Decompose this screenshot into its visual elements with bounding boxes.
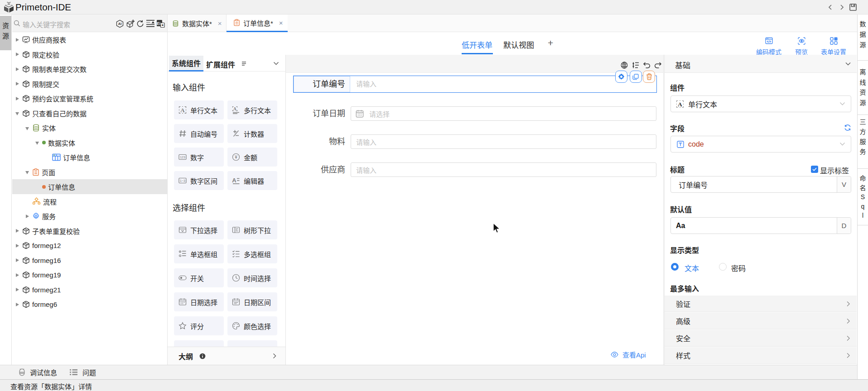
svg-text:¥: ¥	[234, 155, 237, 160]
svg-text:123: 123	[180, 156, 185, 159]
svg-text:A: A	[678, 100, 682, 107]
svg-text:A: A	[233, 107, 236, 111]
svg-text:AI: AI	[118, 22, 122, 26]
svg-text:A: A	[180, 107, 185, 114]
svg-text:A: A	[232, 177, 236, 184]
svg-text:1~3: 1~3	[180, 179, 185, 182]
svg-text:★: ★	[161, 23, 164, 27]
